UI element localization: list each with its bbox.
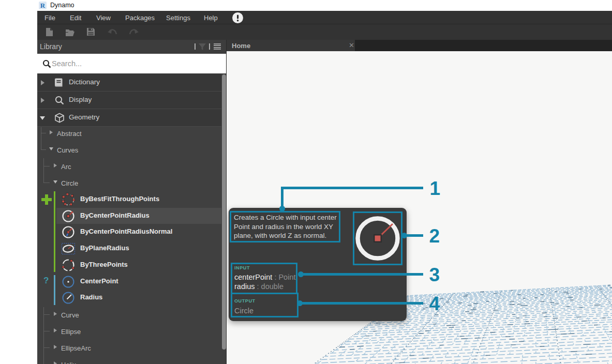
svg-text:R: R bbox=[40, 2, 46, 9]
